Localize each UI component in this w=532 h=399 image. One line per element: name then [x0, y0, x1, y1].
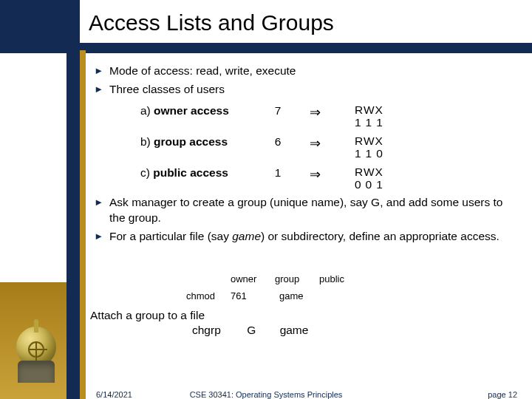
col-public: public: [319, 273, 364, 284]
bullet-text: For a particular file (say game) or subd…: [109, 229, 510, 245]
chmod-mode: 761: [231, 290, 275, 301]
arrow-icon: ⇒: [300, 103, 330, 121]
rwx-bits: 111: [355, 116, 387, 129]
chgrp-line: chgrp G game: [192, 324, 308, 337]
row-octal: 1: [256, 166, 300, 181]
page-title: Access Lists and Groups: [89, 10, 334, 35]
bullet-text: Mode of access: read, write, execute: [109, 64, 510, 79]
footer-page: page 12: [488, 390, 517, 399]
rwx-bits: 110: [355, 147, 387, 160]
chgrp-group: G: [247, 324, 276, 337]
col-owner: owner: [231, 273, 275, 284]
bullet-marker: ▸: [96, 195, 109, 226]
chgrp-cmd: chgrp: [192, 324, 244, 337]
arrow-icon: ⇒: [300, 166, 330, 183]
row-prefix: a): [140, 104, 154, 117]
rwx-bits: 001: [355, 178, 387, 191]
bullet-text: Three classes of users: [109, 82, 510, 98]
access-row-owner: a) owner access 7 ⇒ RWX111: [96, 103, 510, 129]
row-label: group access: [154, 135, 228, 148]
chgrp-file: game: [280, 324, 309, 337]
bullet-marker: ▸: [96, 64, 109, 79]
row-octal: 7: [256, 103, 300, 119]
slide: Access Lists and Groups ▸ Mode of access…: [0, 0, 532, 399]
chmod-table: owner group public chmod 761 game: [186, 273, 364, 301]
content: ▸ Mode of access: read, write, execute ▸…: [96, 62, 510, 248]
chmod-cmd: chmod: [186, 290, 231, 301]
rwx-label: RWX: [355, 103, 387, 116]
row-prefix: c): [140, 166, 153, 179]
arrow-icon: ⇒: [300, 134, 330, 152]
col-group: group: [275, 273, 319, 284]
side-bar-dark: [66, 53, 80, 399]
row-octal: 6: [256, 134, 300, 150]
footer-course: CSE 30341: Operating Systems Principles: [0, 390, 532, 399]
access-row-group: b) group access 6 ⇒ RWX110: [96, 134, 510, 160]
row-label: owner access: [154, 104, 229, 117]
row-prefix: b): [140, 135, 154, 148]
bullet-marker: ▸: [96, 82, 109, 98]
chmod-file: game: [275, 290, 319, 301]
bullet-2: ▸ Three classes of users: [96, 82, 510, 98]
bullet-text: Ask manager to create a group (unique na…: [109, 195, 510, 226]
dome-logo: [13, 309, 59, 383]
attach-line: Attach a group to a file: [90, 309, 205, 322]
bullet-3: ▸ Ask manager to create a group (unique …: [96, 195, 510, 226]
bullet-4: ▸ For a particular file (say game) or su…: [96, 229, 510, 245]
side-bar-gold: [80, 50, 86, 399]
rwx-label: RWX: [355, 166, 387, 178]
row-label: public access: [153, 166, 228, 179]
bullet-1: ▸ Mode of access: read, write, execute: [96, 64, 510, 79]
rwx-label: RWX: [355, 134, 387, 147]
bullet-marker: ▸: [96, 229, 109, 245]
access-row-public: c) public access 1 ⇒ RWX001: [96, 166, 510, 191]
